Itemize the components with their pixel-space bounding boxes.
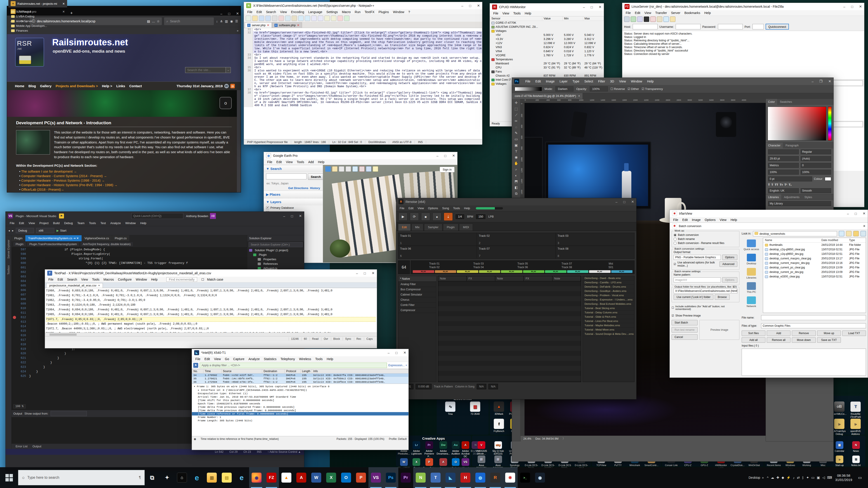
print-icon[interactable] <box>272 15 277 21</box>
usb-icon[interactable]: ✦ <box>806 476 809 480</box>
master-volume-slider[interactable] <box>476 207 503 209</box>
back-icon[interactable] <box>839 231 844 236</box>
word-icon[interactable]: W <box>309 467 324 488</box>
leading-field[interactable]: (Auto) <box>801 156 831 161</box>
firefox-window[interactable]: R Railsimroutes.net - projects-mi ✕ R un… <box>7 6 241 193</box>
textpad-icon[interactable]: T <box>428 467 443 488</box>
section-link[interactable]: Computer Hardware - Previous Systems (19… <box>19 179 232 182</box>
desktop-shortcut[interactable]: A Adobe Acrobat DC <box>461 441 469 458</box>
host-input[interactable] <box>633 24 657 29</box>
advanced-options-checkbox[interactable]: ☑ <box>674 263 676 266</box>
menu-item[interactable]: File <box>671 218 680 222</box>
replace-icon[interactable] <box>318 15 323 21</box>
port-input[interactable] <box>752 24 764 29</box>
document-tab[interactable]: Plugin <box>11 235 25 241</box>
places-panel-header[interactable]: ▶ Places <box>264 191 323 198</box>
detail-line[interactable]: Arrival Time: Jan 31, 2019 08:07:53.9187… <box>192 395 408 398</box>
packet-row[interactable]: 351.270621fe80::14c:8bf6:64f5…ff02::1:2D… <box>192 377 408 380</box>
taskbar-search[interactable]: ○ Type here to search ¶ <box>18 470 145 485</box>
section-link[interactable]: Computer Hardware - Current Systems (201… <box>19 174 232 178</box>
detail-line[interactable]: [Time delta from previous captured frame… <box>192 405 408 409</box>
effect-item[interactable]: Analog Filter <box>398 282 436 287</box>
text-colour-swatch[interactable] <box>825 177 831 181</box>
start-batch-button[interactable]: Start Batch <box>672 320 698 325</box>
type-style-toggle[interactable]: T <box>772 183 773 186</box>
hue-slider[interactable] <box>828 107 832 140</box>
files-of-type-select[interactable]: Common Graphic Files <box>761 323 866 328</box>
get-directions-link[interactable]: Get Directions <box>288 186 308 190</box>
tool-icon[interactable]: ✋ <box>514 161 518 165</box>
breakpoint-gutter[interactable] <box>11 270 18 274</box>
new-tab-button[interactable]: + <box>67 11 76 15</box>
bookmark-item[interactable]: HomeServer <box>9 19 50 24</box>
file-row[interactable]: desktop_c2q-q9650_clear.jpg 13/07/2018 0… <box>763 247 866 252</box>
menu-item[interactable]: Help <box>523 11 533 15</box>
tool-icon[interactable]: ⬒ <box>515 180 518 184</box>
shortcut-icon[interactable]: ≣ <box>852 455 860 463</box>
file-row[interactable]: desktop_current_pc_clear.jpg 20/01/2019 … <box>763 265 866 270</box>
nav-link[interactable]: Gallery <box>38 83 54 89</box>
menu-item[interactable]: Edit <box>406 206 415 210</box>
menu-item[interactable]: View <box>643 11 653 15</box>
notepadpp-window[interactable]: N X:\Files\Webservers\Current\railsimrou… <box>244 2 483 144</box>
font-size-field[interactable]: 29.63 pt <box>768 156 799 161</box>
tool-window-tab[interactable]: Server Explorer <box>7 240 10 258</box>
breakpoint-gutter[interactable] <box>11 342 18 347</box>
tool-icon[interactable]: ✎ <box>515 131 518 135</box>
file-action-button[interactable]: Sort files <box>742 330 765 336</box>
library-select[interactable]: My Library <box>768 201 831 206</box>
maximize-button[interactable]: □ <box>291 214 293 218</box>
name-pattern-input[interactable]: image### <box>674 278 721 283</box>
input-files-list[interactable] <box>742 349 866 376</box>
advanced-button[interactable]: Advanced <box>719 261 737 267</box>
start-button[interactable] <box>0 467 18 488</box>
shortcut-icon[interactable]: P <box>426 458 433 466</box>
menu-item[interactable]: Tools <box>87 220 98 226</box>
menu-item[interactable]: File <box>7 220 17 226</box>
menu-item[interactable]: Server <box>669 11 682 15</box>
renoise-window[interactable]: R Renoise (x64) –□✕ FileEditViewOptionsS… <box>396 198 637 399</box>
file-name-input[interactable] <box>761 315 866 320</box>
file-row[interactable]: desktop_current_macpro_dev.jpg 20/01/201… <box>763 261 866 265</box>
section-link[interactable]: The software I use for development → <box>19 170 232 173</box>
format-options-button[interactable]: Options <box>722 255 737 260</box>
vlc-icon[interactable]: ▲ <box>279 467 294 488</box>
shortcut-icon[interactable]: sky <box>494 441 502 449</box>
look-in-select[interactable]: desktop_screenshots <box>753 231 837 236</box>
pattern-editor[interactable]: NoteFXNoteFXNote <box>438 276 581 382</box>
panel-tab[interactable]: Color <box>766 99 777 105</box>
menu-item[interactable]: Edit <box>274 160 284 164</box>
track-play-indicator[interactable]: PLAY <box>479 270 500 273</box>
sensor-row[interactable]: Voltages <box>490 29 604 33</box>
shortcut-icon[interactable]: X <box>412 458 420 466</box>
shortcut-icon[interactable]: ▸ <box>850 419 861 429</box>
place-item[interactable]: Quick access <box>744 239 759 251</box>
type-style-toggle[interactable]: T₁ <box>789 183 792 186</box>
search-button[interactable]: Search <box>308 173 323 180</box>
desktop-shortcut[interactable]: ▸ openBVE Addons <box>848 419 863 435</box>
irfanview-icon[interactable]: ❋ <box>503 467 518 488</box>
menu-item[interactable]: Help <box>728 218 739 222</box>
visual-studio-icon[interactable]: VS <box>368 467 383 488</box>
record-tour-icon[interactable] <box>359 166 365 172</box>
file-row[interactable]: desktop_current_macpro_clear.jpg 20/01/2… <box>763 256 866 261</box>
breakpoint-gutter[interactable] <box>11 302 18 306</box>
maximize-button[interactable]: □ <box>228 12 230 15</box>
column-header[interactable]: Type <box>847 238 866 242</box>
edge-icon[interactable]: e <box>189 467 204 488</box>
desktop-shortcut[interactable]: oB CarXMLCo... <box>832 401 847 418</box>
song-file-item[interactable]: Tutorial - Lines Per Beat.xrns <box>583 319 634 323</box>
bookmark-star-icon[interactable]: ☆ <box>157 20 160 23</box>
effect-item[interactable]: Cabinet Simulator <box>398 292 436 297</box>
breakpoint-gutter[interactable] <box>11 256 18 261</box>
menu-item[interactable]: Options <box>703 218 718 222</box>
breakpoint-gutter[interactable] <box>11 369 18 374</box>
save-all-icon[interactable] <box>266 15 271 21</box>
batch-rename-radio[interactable] <box>674 238 677 240</box>
desktop-shortcut[interactable]: ∿ Tina <box>438 401 462 416</box>
network-icon[interactable]: ▣ <box>817 476 820 480</box>
desktop-shortcut[interactable]: sky Sky Q Hub (ER110) <box>491 441 506 455</box>
shortcut-icon[interactable]: Lr <box>412 441 420 449</box>
platform-select[interactable]: x86 <box>36 228 54 233</box>
taskbar-clock[interactable]: 08:36:58 31/01/2019 <box>835 473 852 482</box>
